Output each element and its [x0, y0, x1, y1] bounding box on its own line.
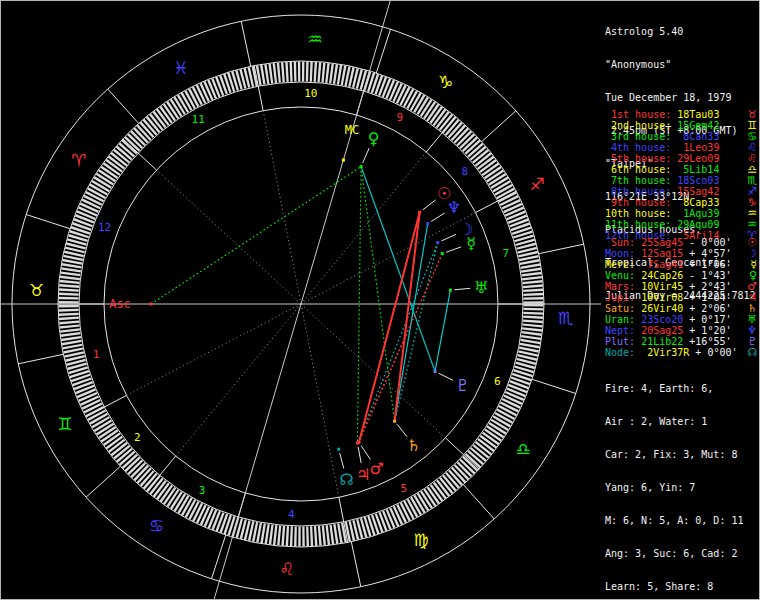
sign-glyph-leo: ♌ [279, 559, 294, 579]
planet-row: Uran: 23Sco20 + 0°17'♅ [605, 314, 757, 325]
planet-row-text: Nept: 20Sag25 + 1°20' [605, 325, 731, 336]
house-row-text: 1st house: 18Tau03 [605, 109, 719, 120]
sign-glyph-pisces: ♓ [173, 58, 188, 78]
house-number-7: 7 [503, 247, 510, 260]
planet-position-value: 12Sag15 [641, 248, 683, 259]
house-row-text: 8th house: 15Sag42 [605, 186, 719, 197]
planet-velocity: + 1°04' [689, 292, 731, 303]
sign-glyph-scorpio: ♏ [558, 308, 573, 328]
planet-dot-Nept [426, 222, 429, 225]
planet-position-value: 20Sag25 [641, 325, 683, 336]
house-number-3: 3 [199, 484, 206, 497]
house-row: 7th house: 18Sco03♏ [605, 175, 757, 186]
planet-row: Plut: 21Lib22 +16°55'♇ [605, 336, 757, 347]
house-label: 8th house: [605, 186, 671, 197]
house-label: 9th house: [605, 197, 671, 208]
aspect-line-Sun-Satu [395, 212, 420, 421]
house-number-8: 8 [461, 165, 468, 178]
natal-chart-wheel: ♈♉♊♋♌♍♎♏♐♑♒♓123456789101112Asc☊♃♂♄♇♅☿☽♆☉… [1, 1, 601, 600]
sign-boundary-line [86, 466, 120, 497]
stat-learn-share: Learn: 5, Share: 8 [605, 581, 757, 592]
stat-mnad: M: 6, N: 5, A: 0, D: 11 [605, 515, 757, 526]
house-row: 3rd house: 8Can33♋ [605, 131, 757, 142]
planet-row: Merc: 7Sag41 + 1°06'☿ [605, 259, 757, 270]
sign-boundary-line [18, 354, 63, 364]
planet-dot-MC [342, 159, 345, 162]
planet-position-value: 25Sag45 [641, 237, 683, 248]
house-cusp-value: 18Tau03 [677, 109, 719, 120]
aspect-line-Merc-Jupi [357, 254, 442, 443]
planet-pointer-Jupi [358, 447, 361, 463]
aspect-line-Nept-Satu [395, 224, 428, 422]
asc-label: Asc [109, 297, 131, 311]
house-cusp-dotted-line [176, 304, 301, 456]
planet-pointer-Venu [363, 148, 369, 163]
house-row-text: 6th house: 5Lib14 [605, 164, 719, 175]
house-cusp-value: 15Sag42 [677, 186, 719, 197]
planet-velocity: + 2°43' [689, 281, 731, 292]
planet-glyph-uran: ♅ [474, 278, 488, 297]
planet-glyph-node: ☊ [339, 470, 353, 489]
sign-glyph-aquarius: ♒ [307, 29, 322, 49]
planet-velocity: - 0°00' [689, 237, 731, 248]
planet-row: Satu: 26Vir40 + 2°06'♄ [605, 303, 757, 314]
house-cusp-value: 1Leo39 [677, 142, 719, 153]
house-row-text: 2nd house: 15Gem42 [605, 120, 719, 131]
sign-glyph-taurus: ♉ [29, 280, 44, 300]
planet-row-text: Mars: 10Vir45 + 2°43' [605, 281, 731, 292]
house-row-text: 11th house: 29Aqu09 [605, 219, 719, 230]
planet-dot-Mars [357, 441, 360, 444]
sign-glyph-libra: ♎ [515, 439, 530, 459]
house-label: 4th house: [605, 142, 671, 153]
house-cusp-dotted-line [301, 304, 446, 438]
house-cusp-value: 29Aqu09 [677, 219, 719, 230]
house-row: 9th house: 8Cap33♑ [605, 197, 757, 208]
planet-row: Sun: 25Sag45 - 0°00'☉ [605, 237, 757, 248]
planet-pointer-Moon [442, 234, 457, 241]
planet-position-value: 21Lib22 [641, 336, 683, 347]
aspect-line-Venu-Jupi [357, 167, 361, 443]
planet-pointer-Node [340, 453, 344, 469]
house-label: 10th house: [605, 208, 671, 219]
house-cusp-dotted-line [263, 111, 301, 304]
house-label: 7th house: [605, 175, 671, 186]
house-row-text: 10th house: 1Aqu39 [605, 208, 719, 219]
house-row-text: 4th house: 1Leo39 [605, 142, 719, 153]
house-cusp-list: 1st house: 18Tau03♉ 2nd house: 15Gem42♊ … [605, 109, 757, 241]
house-cusp-value: 29Leo09 [677, 153, 719, 164]
stat-elements-2: Air : 2, Water: 1 [605, 416, 757, 427]
planet-glyph-satu: ♄ [407, 436, 421, 455]
planet-velocity: + 0°00' [695, 347, 737, 358]
sign-boundary-line [482, 111, 516, 142]
planet-label: Venu: [605, 270, 635, 281]
planet-pointer-Mars [361, 446, 370, 460]
house-cusp-value: 15Gem42 [677, 120, 719, 131]
planet-label: Satu: [605, 303, 635, 314]
planet-row: Mars: 10Vir45 + 2°43'♂ [605, 281, 757, 292]
planet-pointer-Uran [454, 288, 470, 290]
house-number-12: 12 [98, 221, 111, 234]
planet-label: Sun: [605, 237, 635, 248]
sign-boundary-line [26, 215, 70, 229]
planet-position-value: 7Sag41 [641, 259, 683, 270]
chart-date: Tue December 18, 1979 [605, 92, 757, 103]
wheel-svg: ♈♉♊♋♌♍♎♏♐♑♒♓123456789101112Asc☊♃♂♄♇♅☿☽♆☉… [1, 1, 601, 600]
planet-position-value: 2Vir37R [641, 347, 689, 358]
planet-position-list: Sun: 25Sag45 - 0°00'☉Moon: 12Sag15 + 4°5… [605, 237, 757, 358]
house-row-text: 9th house: 8Cap33 [605, 197, 719, 208]
planet-pointer-Merc [446, 247, 461, 252]
planet-dot-Satu [393, 420, 396, 423]
planet-label: Mars: [605, 281, 635, 292]
astrolog-window: ♈♉♊♋♌♍♎♏♐♑♒♓123456789101112Asc☊♃♂♄♇♅☿☽♆☉… [0, 0, 760, 600]
planet-row-text: Uran: 23Sco20 + 0°17' [605, 314, 731, 325]
house-row-text: 3rd house: 8Can33 [605, 131, 719, 142]
planet-position-value: 23Sco20 [641, 314, 683, 325]
sign-boundary-line [241, 21, 251, 66]
house-number-4: 4 [288, 508, 295, 521]
aspect-line-Venu-Satu [361, 167, 395, 422]
planet-velocity: + 1°06' [689, 259, 731, 270]
node-icon: ☊ [747, 347, 757, 358]
aspect-line-Moon-Satu [395, 243, 438, 422]
planet-row-text: Moon: 12Sag15 + 4°57' [605, 248, 731, 259]
app-title: Astrolog 5.40 [605, 26, 757, 37]
